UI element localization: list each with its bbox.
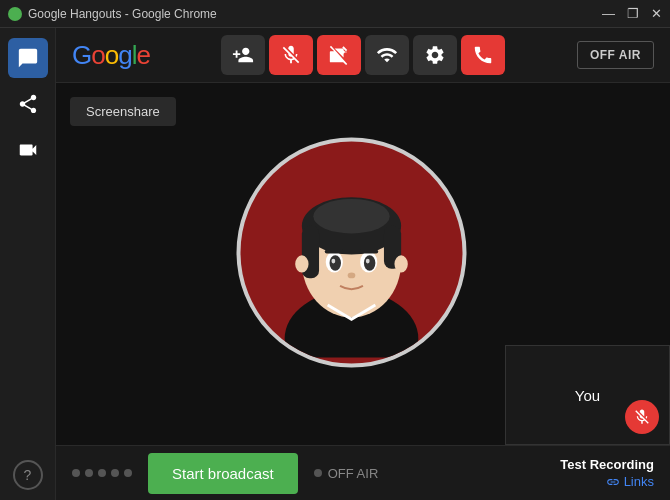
svg-point-10 [364, 255, 375, 270]
chrome-icon [8, 7, 22, 21]
off-air-badge: OFF AIR [577, 41, 654, 69]
add-person-button[interactable] [221, 35, 265, 75]
bottom-bar: Start broadcast OFF AIR Test Recording L… [56, 445, 670, 500]
off-air-label: OFF AIR [328, 466, 379, 481]
hangup-icon [472, 44, 494, 66]
sidebar-item-share[interactable] [8, 84, 48, 124]
share-icon [17, 93, 39, 115]
settings-icon [424, 44, 446, 66]
add-person-icon [232, 44, 254, 66]
link-icon [606, 475, 620, 489]
you-panel: You [505, 345, 670, 445]
avatar-container [237, 138, 467, 368]
window-controls: — ❐ ✕ [602, 7, 662, 20]
videocam-off-icon [328, 44, 350, 66]
screenshare-button[interactable]: Screenshare [70, 97, 176, 126]
svg-rect-13 [325, 250, 344, 254]
avatar [237, 138, 467, 368]
camera-settings-icon [17, 139, 39, 161]
content-area: Screenshare [56, 83, 670, 445]
svg-rect-14 [359, 250, 378, 254]
svg-point-16 [295, 255, 308, 272]
sidebar: ? [0, 28, 56, 500]
dot-4 [111, 469, 119, 477]
svg-point-11 [331, 259, 335, 264]
google-logo: Google [72, 40, 150, 71]
svg-point-12 [366, 259, 370, 264]
dot-2 [85, 469, 93, 477]
mute-video-button[interactable] [317, 35, 361, 75]
mute-mic-button[interactable] [269, 35, 313, 75]
window-title: Google Hangouts - Google Chrome [28, 7, 217, 21]
toolbar-controls [221, 35, 505, 75]
start-broadcast-button[interactable]: Start broadcast [148, 453, 298, 494]
you-mute-button[interactable] [625, 400, 659, 434]
svg-point-9 [330, 255, 341, 270]
recording-label: Test Recording [560, 457, 654, 472]
sidebar-help[interactable]: ? [13, 460, 43, 490]
main-area: Google [56, 28, 670, 500]
links-label: Links [624, 474, 654, 489]
sidebar-item-camera[interactable] [8, 130, 48, 170]
minimize-button[interactable]: — [602, 7, 615, 20]
mic-off-icon [280, 44, 302, 66]
sidebar-item-chat[interactable] [8, 38, 48, 78]
settings-button[interactable] [413, 35, 457, 75]
hangup-button[interactable] [461, 35, 505, 75]
svg-point-15 [348, 273, 356, 279]
recording-info: Test Recording Links [560, 457, 654, 489]
svg-point-6 [313, 199, 389, 233]
chat-icon [17, 47, 39, 69]
svg-point-17 [394, 255, 407, 272]
dot-1 [72, 469, 80, 477]
pagination-dots [72, 469, 132, 477]
help-button[interactable]: ? [13, 460, 43, 490]
off-air-indicator [314, 469, 322, 477]
dot-5 [124, 469, 132, 477]
top-bar: Google [56, 28, 670, 83]
title-bar: Google Hangouts - Google Chrome — ❐ ✕ [0, 0, 670, 28]
dot-3 [98, 469, 106, 477]
character-illustration [252, 148, 452, 358]
signal-icon [376, 44, 398, 66]
off-air-status: OFF AIR [314, 466, 379, 481]
links-button[interactable]: Links [606, 474, 654, 489]
you-label: You [575, 387, 600, 404]
mic-off-small-icon [633, 408, 651, 426]
signal-button[interactable] [365, 35, 409, 75]
close-button[interactable]: ✕ [651, 7, 662, 20]
help-icon: ? [24, 467, 32, 483]
restore-button[interactable]: ❐ [627, 7, 639, 20]
